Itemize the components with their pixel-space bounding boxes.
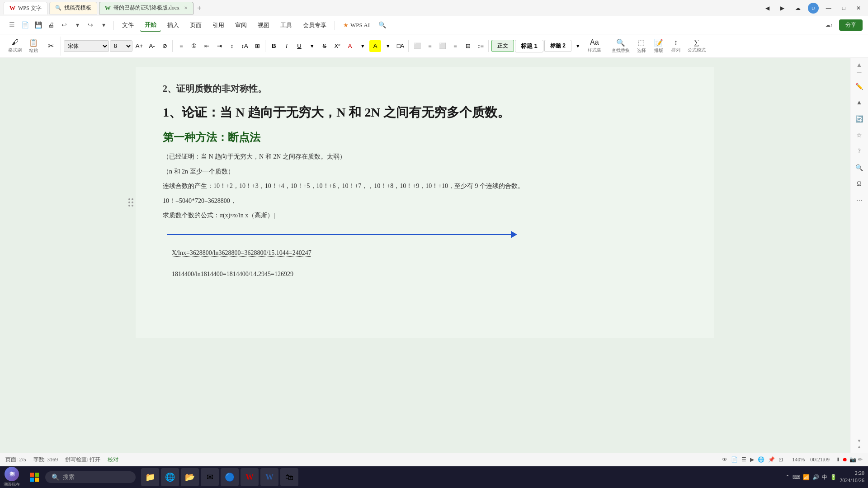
panel-help-icon[interactable]: ? [853, 145, 866, 158]
panel-up-icon[interactable]: ▲ [853, 96, 866, 109]
format-brush-button[interactable]: 🖌 格式刷 [5, 37, 24, 55]
tray-ime-zh[interactable]: 中 [822, 474, 827, 481]
font-size-select[interactable]: 8 [110, 40, 132, 52]
tray-battery-icon[interactable]: 🔋 [830, 474, 837, 481]
sort-button[interactable]: ↕A [239, 40, 250, 52]
tab-doc-active[interactable]: W 哥的巴赫的证明终极版.docx ✕ [99, 2, 193, 14]
table-button[interactable]: ⊞ [251, 40, 263, 52]
align-left-button[interactable]: ⬜ [411, 40, 423, 52]
paste-button[interactable]: 📋 粘贴 [25, 37, 42, 56]
panel-rotate-icon[interactable]: 🔄 [853, 113, 866, 125]
indent-decrease-button[interactable]: ⇤ [201, 40, 212, 52]
menu-redo-icon[interactable]: ↪ [84, 19, 97, 32]
taskbar-explorer-icon[interactable]: 📂 [181, 468, 199, 486]
taskbar-user[interactable]: 潮 潮湿现在 [4, 467, 20, 488]
save-cloud-button[interactable]: ☁ [792, 3, 804, 13]
taskbar-clock[interactable]: 2:20 2024/10/26 [840, 470, 864, 484]
taskbar-word-icon[interactable]: W [260, 468, 278, 486]
style-normal-button[interactable]: 正文 [491, 40, 514, 52]
clear-format-button[interactable]: ⊘ [159, 40, 170, 52]
status-play-icon[interactable]: ▶ [750, 456, 754, 463]
status-pause-icon[interactable]: ⏸ [835, 456, 840, 463]
menu-search-icon[interactable]: 🔍 [376, 19, 389, 32]
highlight-button[interactable]: A [369, 40, 381, 52]
menu-file[interactable]: 文件 [118, 19, 138, 31]
font-color-button[interactable]: A [344, 40, 356, 52]
columns-button[interactable]: ⊟ [462, 40, 474, 52]
tray-network-icon[interactable]: 📶 [803, 474, 810, 481]
menu-view[interactable]: 视图 [253, 19, 274, 31]
taskbar-mail-icon[interactable]: ✉ [201, 468, 219, 486]
typeset-button[interactable]: 📝 排版 [651, 37, 667, 56]
panel-edit-icon[interactable]: ✏️ [853, 80, 866, 93]
menu-hamburger-icon[interactable]: ☰ [5, 19, 18, 32]
style-heading1-button[interactable]: 标题 1 [515, 40, 543, 52]
status-record-icon[interactable]: ⏺ [842, 456, 848, 463]
line-spacing-button[interactable]: ↕ [226, 40, 238, 52]
status-proofread[interactable]: 校对 [108, 456, 118, 464]
select-button[interactable]: ⬚ 选择 [633, 37, 650, 56]
indent-increase-button[interactable]: ⇥ [213, 40, 225, 52]
list-number-button[interactable]: ① [188, 40, 200, 52]
font-decrease-button[interactable]: A- [146, 40, 158, 52]
font-color-dropdown[interactable]: ▾ [357, 40, 368, 52]
taskbar-chrome-icon[interactable]: 🔵 [221, 468, 239, 486]
taskbar-store-icon[interactable]: 🛍 [280, 468, 298, 486]
menu-review[interactable]: 审阅 [231, 19, 251, 31]
drag-handle[interactable] [128, 198, 133, 206]
tab-close-icon[interactable]: ✕ [184, 5, 188, 10]
panel-more-icon[interactable]: ⋯ [853, 194, 866, 206]
minimize-button[interactable]: — [822, 3, 835, 13]
panel-omega-icon[interactable]: Ω [853, 178, 866, 190]
maximize-button[interactable]: □ [839, 3, 849, 13]
doc-area[interactable]: 2、证明质数的非对称性。 1、论证：当 N 趋向于无穷大，N 和 2N 之间有无… [0, 58, 850, 453]
status-crop-icon[interactable]: ⊡ [778, 456, 783, 463]
align-justify-button[interactable]: ≡ [449, 40, 461, 52]
menu-redo-dropdown-icon[interactable]: ▾ [97, 19, 110, 32]
bold-button[interactable]: B [268, 40, 280, 52]
status-view2-icon[interactable]: 📄 [731, 456, 738, 463]
tab-wps[interactable]: W WPS 文字 [4, 2, 47, 14]
cloud-save-button[interactable]: ☁↑ [823, 19, 835, 32]
find-replace-button[interactable]: 🔍 查找替换 [609, 37, 632, 56]
status-pen-icon[interactable]: ✏ [858, 456, 863, 463]
para-spacing-button[interactable]: ↕≡ [475, 40, 486, 52]
panel-search-icon[interactable]: 🔍 [853, 161, 866, 174]
menu-wps-ai[interactable]: ★ WPS AI [339, 20, 374, 31]
add-tab-button[interactable]: + [197, 4, 201, 12]
underline-color-button[interactable]: ▾ [306, 40, 318, 52]
highlight-dropdown[interactable]: ▾ [382, 40, 394, 52]
menu-reference[interactable]: 引用 [208, 19, 229, 31]
menu-insert[interactable]: 插入 [163, 19, 184, 31]
align-right-button[interactable]: ⬜ [437, 40, 448, 52]
text-box-button[interactable]: □A [395, 40, 406, 52]
formula-button[interactable]: ∑ 公式模式 [685, 37, 708, 55]
font-family-select[interactable]: 宋体 [64, 40, 109, 52]
menu-print-icon[interactable]: 🖨 [45, 19, 57, 32]
italic-button[interactable]: I [281, 40, 292, 52]
tray-kbd-icon[interactable]: ⌨ [793, 474, 800, 481]
menu-file-icon[interactable]: 📄 [19, 19, 31, 32]
superscript-button[interactable]: X² [331, 40, 343, 52]
share-button[interactable]: 分享 [839, 19, 863, 31]
status-view-icon[interactable]: 👁 [722, 456, 727, 463]
align-center-button[interactable]: ≡ [424, 40, 436, 52]
strikethrough-button[interactable]: S̶ [319, 40, 330, 52]
status-pin-icon[interactable]: 📌 [768, 456, 775, 463]
menu-vip[interactable]: 会员专享 [298, 19, 331, 31]
menu-page[interactable]: 页面 [185, 19, 206, 31]
style-collection-button[interactable]: Aa 样式集 [585, 37, 604, 55]
taskbar-files-icon[interactable]: 📁 [141, 468, 159, 486]
status-camera-icon[interactable]: 📷 [849, 456, 856, 463]
close-button[interactable]: ✕ [853, 3, 864, 13]
menu-undo-icon[interactable]: ↩ [58, 19, 71, 32]
start-button[interactable] [25, 468, 43, 486]
taskbar-edge-icon[interactable]: 🌐 [161, 468, 179, 486]
menu-start[interactable]: 开始 [140, 19, 161, 32]
underline-button[interactable]: U [293, 40, 305, 52]
sort-col-button[interactable]: ↕ 排列 [668, 37, 684, 55]
list-bullet-button[interactable]: ≡ [175, 40, 187, 52]
taskbar-search[interactable]: 🔍 搜索 [45, 471, 136, 483]
tab-template[interactable]: 🔍 找稿壳模板 [49, 2, 97, 14]
cut-button[interactable]: ✂ [42, 40, 59, 52]
